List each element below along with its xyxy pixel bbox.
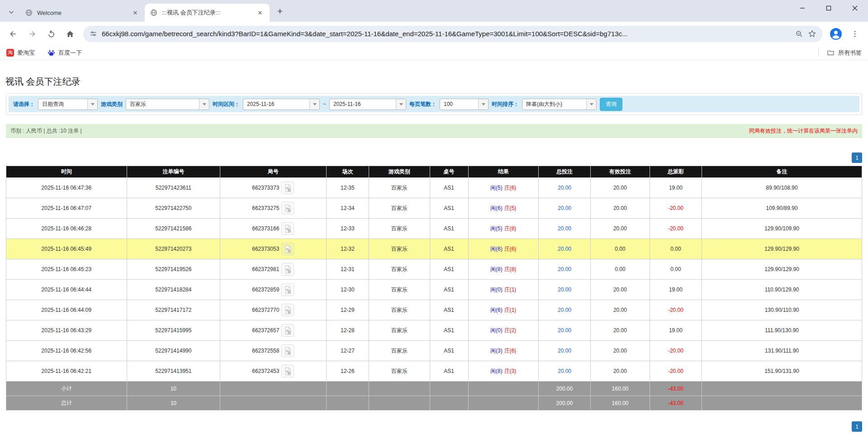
pagination-top: 1	[6, 153, 862, 163]
cell-table-number: AS1	[430, 239, 468, 259]
total-bet-link[interactable]: 20.00	[558, 286, 571, 293]
total-bet-link[interactable]: 20.00	[558, 205, 571, 211]
page-button-1[interactable]: 1	[852, 153, 862, 163]
tab-close-icon[interactable]: ✕	[131, 9, 139, 17]
cell-time: 2025-11-16 06:47:07	[6, 198, 127, 219]
footer-cell-empty	[326, 396, 369, 410]
cell-total-bet: 20.00	[538, 219, 590, 239]
game-type-dropdown[interactable]: 百家乐	[126, 99, 209, 110]
video-record-button[interactable]	[281, 304, 294, 316]
maximize-button[interactable]	[816, 0, 842, 16]
search-button[interactable]: 查询	[600, 98, 622, 111]
cell-bet-id: 522971421586	[127, 219, 220, 239]
round-id-text: 662372770	[252, 307, 279, 313]
per-page-dropdown[interactable]: 100	[440, 99, 489, 110]
minimize-button[interactable]	[789, 0, 816, 16]
filter-bar: 请选择： 日期查询 游戏类别 百家乐 时间区间： 2025-11-16 ~ 20…	[9, 96, 859, 112]
video-record-button[interactable]	[281, 222, 294, 235]
total-bet-link[interactable]: 20.00	[558, 266, 571, 272]
refresh-button[interactable]	[43, 25, 60, 43]
video-record-button[interactable]	[281, 324, 294, 337]
tab-search-button[interactable]	[4, 5, 19, 20]
video-record-icon	[284, 265, 292, 274]
cell-session: 12-28	[326, 320, 369, 341]
result-banker: 庄(5)	[504, 205, 517, 211]
zoom-icon[interactable]	[795, 30, 803, 38]
date-start-dropdown[interactable]: 2025-11-16	[243, 99, 320, 110]
video-record-icon	[284, 347, 292, 355]
bookmark-label: 爱淘宝	[17, 49, 35, 57]
cell-table-number: AS1	[430, 341, 468, 361]
page-button-1[interactable]: 1	[852, 421, 862, 432]
column-header: 结果	[468, 166, 538, 178]
home-button[interactable]	[62, 25, 79, 43]
total-bet-link[interactable]: 20.00	[558, 185, 571, 191]
video-record-button[interactable]	[281, 243, 294, 255]
url-bar[interactable]: 66cxkj98.com/game/betrecord_search/kind3…	[83, 26, 823, 42]
back-button[interactable]	[5, 25, 22, 43]
query-type-dropdown[interactable]: 日期查询	[38, 99, 98, 110]
total-bet-link[interactable]: 20.00	[558, 225, 571, 232]
total-bet-link[interactable]: 20.00	[558, 348, 571, 354]
column-header: 注单编号	[127, 166, 220, 178]
video-record-button[interactable]	[281, 181, 294, 194]
video-record-button[interactable]	[281, 344, 294, 357]
cell-bet-id: 522971415995	[127, 320, 220, 341]
cell-result: 闲(8)庄(8)	[468, 259, 538, 280]
cell-time: 2025-11-16 06:43:29	[6, 320, 127, 341]
video-record-button[interactable]	[281, 202, 294, 215]
chevron-down-icon	[87, 99, 97, 110]
column-header: 游戏类别	[369, 166, 430, 178]
video-record-button[interactable]	[281, 283, 294, 296]
total-bet-link[interactable]: 20.00	[558, 327, 571, 334]
close-window-button[interactable]	[842, 0, 868, 16]
result-player: 闲(0)	[490, 286, 503, 293]
all-bookmarks[interactable]: 所有书签	[818, 49, 862, 57]
bookmark-taobao[interactable]: 淘 爱淘宝	[6, 49, 35, 57]
new-tab-button[interactable]: +	[273, 5, 287, 18]
video-record-button[interactable]	[281, 365, 294, 377]
info-bar: 币别 : 人民币 | 总共 :10 注单 | 同局有效投注，统一计算在该局第一张…	[6, 124, 862, 138]
game-type-value: 百家乐	[126, 99, 199, 110]
result-player: 闲(6)	[490, 205, 503, 211]
total-bet-link[interactable]: 20.00	[558, 246, 571, 252]
tab-welcome[interactable]: Welcome ✕	[20, 4, 145, 22]
site-settings-icon[interactable]	[90, 30, 97, 38]
round-id-text: 662372981	[252, 266, 279, 272]
profile-avatar[interactable]	[830, 28, 842, 40]
tab-betrecord[interactable]: :::视讯 会员下注纪录::: ✕	[145, 4, 270, 22]
url-text[interactable]: 66cxkj98.com/game/betrecord_search/kind3…	[102, 30, 791, 38]
cell-table-number: AS1	[430, 178, 468, 198]
taobao-icon: 淘	[6, 49, 14, 57]
all-bookmarks-label: 所有书签	[838, 49, 862, 57]
cell-valid-bet: 20.00	[591, 300, 650, 320]
column-header: 备注	[702, 166, 862, 178]
tab-close-icon[interactable]: ✕	[256, 9, 264, 17]
sort-dropdown[interactable]: 降幂(由大到小)	[522, 99, 597, 110]
column-header: 总派彩	[650, 166, 702, 178]
forward-button[interactable]	[24, 25, 41, 43]
bookmark-baidu[interactable]: 百度一下	[47, 49, 82, 57]
footer-cell-empty	[468, 396, 538, 410]
result-player: 闲(0)	[490, 327, 503, 334]
cell-table-number: AS1	[430, 320, 468, 341]
result-banker: 庄(3)	[504, 368, 517, 374]
date-end-value: 2025-11-16	[330, 99, 396, 110]
cell-time: 2025-11-16 06:44:09	[6, 300, 127, 320]
bookmark-star-icon[interactable]	[808, 29, 816, 38]
browser-toolbar: 66cxkj98.com/game/betrecord_search/kind3…	[0, 22, 868, 46]
cell-session: 12-29	[326, 300, 369, 320]
round-id-text: 662372657	[252, 327, 279, 334]
tilde-separator: ~	[323, 101, 326, 107]
cell-total-bet: 20.00	[538, 259, 590, 280]
cell-note: 130.90/110.90	[702, 300, 862, 320]
total-bet-link[interactable]: 20.00	[558, 368, 571, 374]
result-banker: 庄(1)	[504, 307, 517, 313]
date-end-dropdown[interactable]: 2025-11-16	[329, 99, 406, 110]
round-id-text: 662372558	[252, 348, 279, 354]
video-record-button[interactable]	[281, 263, 294, 276]
chevron-down-icon	[478, 99, 488, 110]
total-bet-link[interactable]: 20.00	[558, 307, 571, 313]
cell-time: 2025-11-16 06:45:49	[6, 239, 127, 259]
menu-dots-icon[interactable]	[846, 25, 863, 43]
